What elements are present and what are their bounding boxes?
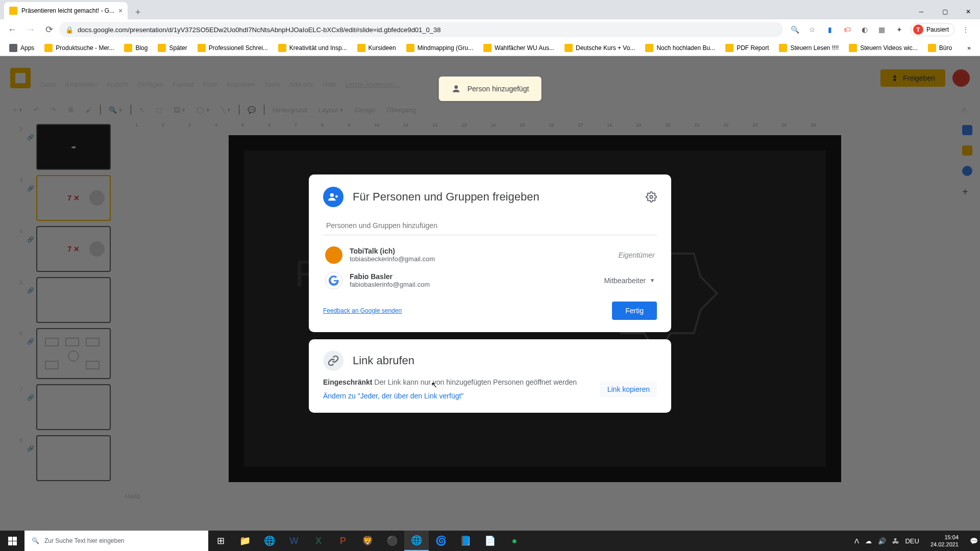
bookmark-item[interactable]: Produktsuche - Mer... <box>40 42 118 54</box>
forward-button[interactable]: → <box>22 21 39 38</box>
folder-icon <box>779 44 787 52</box>
copy-link-button[interactable]: Link kopieren <box>600 381 657 397</box>
folder-icon <box>124 44 132 52</box>
folder-icon <box>406 44 414 52</box>
taskbar-search[interactable]: 🔍 Zur Suche Text hier eingeben <box>24 531 208 551</box>
tray-clock[interactable]: 15:04 24.02.2021 <box>925 534 964 548</box>
bookmark-item[interactable]: Später <box>154 42 191 54</box>
reload-button[interactable]: ⟳ <box>41 21 57 38</box>
owner-name: TobiTalk (ich) <box>350 247 611 255</box>
taskbar-notepad[interactable]: 📄 <box>478 531 502 551</box>
tray-language[interactable]: DEU <box>905 537 919 545</box>
window-controls: ─ ▢ ✕ <box>910 4 980 19</box>
change-access-link[interactable]: Ändern zu "Jeder, der über den Link verf… <box>323 391 463 402</box>
folder-icon <box>565 44 573 52</box>
get-link-card: Link abrufen Eingeschränkt Der Link kann… <box>309 339 671 413</box>
bookmark-item[interactable]: PDF Report <box>721 42 773 54</box>
bookmark-item[interactable]: Wahlfächer WU Aus... <box>479 42 558 54</box>
system-tray: ᐱ ☁ 🔊 🖧 DEU 15:04 24.02.2021 💬 <box>852 534 980 548</box>
extension-icon-4[interactable]: ▦ <box>876 23 888 36</box>
extension-icon-3[interactable]: ◐ <box>859 23 871 36</box>
bookmark-item[interactable]: Steuern Lesen !!!! <box>775 42 843 54</box>
taskbar-powerpoint[interactable]: P <box>331 531 355 551</box>
minimize-button[interactable]: ─ <box>910 4 933 19</box>
taskbar-explorer[interactable]: 📁 <box>233 531 257 551</box>
svg-point-12 <box>330 193 334 196</box>
new-tab-button[interactable]: + <box>131 5 145 19</box>
folder-icon <box>357 44 365 52</box>
folder-icon <box>198 44 206 52</box>
folder-icon <box>483 44 492 52</box>
bookmark-item[interactable]: Blog <box>120 42 152 54</box>
task-view-button[interactable]: ⊞ <box>208 531 233 551</box>
browser-chrome: Präsentieren leicht gemacht! - G... × + … <box>0 0 980 56</box>
lock-icon: 🔒 <box>65 26 74 34</box>
taskbar-app-1[interactable]: 🦁 <box>355 531 380 551</box>
taskbar-edge-old[interactable]: 🌐 <box>257 531 282 551</box>
taskbar-edge[interactable]: 🌀 <box>429 531 453 551</box>
folder-icon <box>725 44 733 52</box>
extension-icon-1[interactable]: ▮ <box>824 23 836 36</box>
chrome-menu-icon[interactable]: ⋮ <box>960 23 972 36</box>
tray-expand-icon[interactable]: ᐱ <box>854 537 859 545</box>
tray-volume-icon[interactable]: 🔊 <box>878 537 886 545</box>
owner-avatar <box>325 246 342 264</box>
person-row-editor: Fabio Basler fabiobaslerinfo@gmail.com M… <box>323 268 657 293</box>
folder-icon <box>928 44 936 52</box>
profile-button[interactable]: T Pausiert <box>911 23 954 36</box>
back-button[interactable]: ← <box>4 21 20 38</box>
bookmark-star-icon[interactable]: ☆ <box>806 23 819 36</box>
bookmark-item[interactable]: Kreativität und Insp... <box>274 42 351 54</box>
tray-network-icon[interactable]: 🖧 <box>892 537 899 545</box>
feedback-link[interactable]: Feedback an Google senden <box>323 307 402 314</box>
taskbar-obs[interactable]: ⚫ <box>380 531 404 551</box>
folder-icon <box>278 44 286 52</box>
link-icon <box>323 350 344 371</box>
add-people-input[interactable] <box>323 216 657 235</box>
person-row-owner: TobiTalk (ich) tobiasbeckerinfo@gmail.co… <box>323 242 657 268</box>
tab-strip: Präsentieren leicht gemacht! - G... × + … <box>0 0 980 19</box>
maximize-button[interactable]: ▢ <box>933 4 957 19</box>
url-text: docs.google.com/presentation/d/1yV372SO5… <box>78 26 440 34</box>
close-window-button[interactable]: ✕ <box>957 4 980 19</box>
bookmark-item[interactable]: Steuern Videos wic... <box>845 42 922 54</box>
bookmark-item[interactable]: Deutsche Kurs + Vo... <box>560 42 639 54</box>
chevron-down-icon: ▼ <box>650 278 655 283</box>
zoom-icon[interactable]: 🔍 <box>789 23 801 36</box>
share-dialog-title: Für Personen und Gruppen freigeben <box>353 190 636 204</box>
browser-tab[interactable]: Präsentieren leicht gemacht! - G... × <box>4 2 128 19</box>
close-tab-icon[interactable]: × <box>118 7 122 15</box>
taskbar-app-2[interactable]: 📘 <box>453 531 478 551</box>
address-bar[interactable]: 🔒 docs.google.com/presentation/d/1yV372S… <box>59 22 783 37</box>
start-button[interactable] <box>0 531 24 551</box>
bookmarks-overflow[interactable]: » <box>963 42 975 54</box>
apps-bookmark[interactable]: Apps <box>5 42 38 54</box>
folder-icon <box>158 44 166 52</box>
taskbar-word[interactable]: W <box>282 531 306 551</box>
link-restriction-text: Eingeschränkt Der Link kann nur von hinz… <box>323 377 590 402</box>
folder-icon <box>645 44 653 52</box>
extensions-menu-icon[interactable]: ✦ <box>893 23 905 36</box>
tray-onedrive-icon[interactable]: ☁ <box>865 537 872 545</box>
extension-icon-2[interactable]: 🏷 <box>841 23 853 36</box>
bookmark-item[interactable]: Professionell Schrei... <box>193 42 272 54</box>
bookmark-item[interactable]: Kursideen <box>353 42 400 54</box>
profile-status: Pausiert <box>926 26 949 33</box>
share-settings-button[interactable] <box>646 191 657 203</box>
editor-role-dropdown[interactable]: Mitbearbeiter ▼ <box>604 277 655 285</box>
bookmark-item[interactable]: Noch hochladen Bu... <box>641 42 719 54</box>
slides-favicon <box>9 7 17 15</box>
search-icon: 🔍 <box>32 537 39 544</box>
owner-email: tobiasbeckerinfo@gmail.com <box>350 255 611 263</box>
svg-point-15 <box>650 195 653 198</box>
owner-role: Eigentümer <box>618 251 655 259</box>
folder-icon <box>849 44 857 52</box>
bookmark-item[interactable]: Büro <box>924 42 956 54</box>
taskbar-spotify[interactable]: ● <box>502 531 527 551</box>
done-button[interactable]: Fertig <box>612 302 657 320</box>
bookmark-item[interactable]: Mindmapping (Gru... <box>402 42 477 54</box>
taskbar-excel[interactable]: X <box>306 531 331 551</box>
tray-notifications-icon[interactable]: 💬 <box>970 537 978 545</box>
folder-icon <box>44 44 53 52</box>
taskbar-chrome[interactable]: 🌐 <box>404 531 429 551</box>
